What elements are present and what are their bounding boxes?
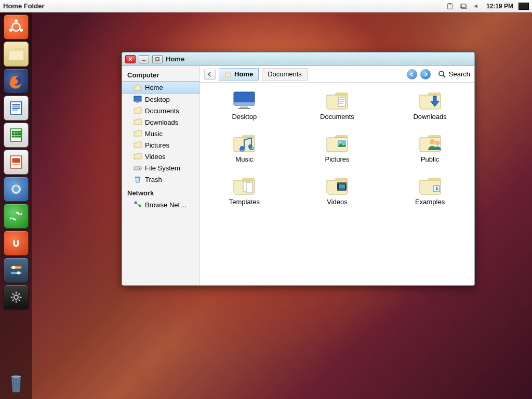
music-folder-icon: [232, 132, 257, 153]
clock[interactable]: 12:19 PM: [486, 3, 513, 10]
folder-label: Templates: [229, 198, 260, 206]
desktop-icon: [232, 90, 257, 111]
svg-rect-3: [461, 5, 467, 8]
session-icon[interactable]: [518, 3, 529, 10]
sidebar-item-label: Desktop: [145, 96, 170, 103]
svg-line-39: [19, 300, 20, 301]
launcher-trash[interactable]: [4, 370, 29, 395]
lo-calc-icon: [8, 127, 24, 143]
launcher-ubuntu-one[interactable]: [4, 231, 29, 256]
svg-rect-62: [338, 97, 345, 107]
display-icon[interactable]: [459, 2, 468, 10]
folder-documents[interactable]: Documents: [309, 90, 366, 132]
clipboard-icon[interactable]: [446, 2, 454, 10]
folder-templates[interactable]: Templates: [216, 175, 273, 218]
svg-line-55: [136, 203, 139, 205]
toolbar: Home Documents Search: [200, 66, 474, 83]
launcher-impress[interactable]: [4, 150, 29, 175]
svg-rect-25: [12, 158, 20, 163]
close-icon: [128, 57, 133, 62]
launcher-writer[interactable]: [4, 96, 29, 121]
sidebar-header-computer: Computer: [122, 69, 200, 81]
sidebar-item-pictures[interactable]: Pictures: [122, 139, 200, 151]
path-back-button[interactable]: [204, 69, 216, 80]
svg-line-41: [12, 300, 14, 301]
sidebar-item-home[interactable]: Home: [122, 81, 200, 94]
titlebar[interactable]: Home: [122, 52, 474, 66]
sidebar-item-label: Documents: [145, 107, 179, 115]
sidebar-item-label: File System: [145, 164, 180, 172]
svg-rect-2: [460, 4, 466, 7]
svg-point-69: [339, 141, 341, 143]
firefox-icon: [7, 72, 25, 90]
svg-rect-21: [12, 136, 15, 138]
folder-videos[interactable]: Videos: [309, 175, 366, 218]
sidebar-item-music[interactable]: Music: [122, 128, 200, 139]
sidebar-item-filesystem[interactable]: File System: [122, 162, 200, 174]
launcher-files[interactable]: [4, 42, 29, 66]
sidebar-item-documents[interactable]: Documents: [122, 105, 200, 116]
svg-point-31: [12, 266, 16, 269]
launcher-control[interactable]: [4, 258, 29, 283]
sidebar-item-videos[interactable]: Videos: [122, 151, 200, 162]
sidebar-item-browse-network[interactable]: Browse Net…: [122, 199, 200, 210]
folder-label: Documents: [320, 113, 354, 121]
svg-rect-26: [12, 164, 20, 165]
svg-point-28: [14, 187, 19, 192]
sidebar-item-label: Pictures: [145, 141, 169, 149]
drive-icon: [134, 164, 142, 172]
ubuntu-logo-icon: [7, 18, 25, 36]
svg-rect-73: [246, 182, 252, 193]
launcher-settings[interactable]: [4, 285, 29, 310]
folder-desktop[interactable]: Desktop: [216, 90, 273, 132]
nav-forward-button[interactable]: [420, 69, 431, 79]
svg-rect-11: [12, 107, 20, 108]
home-icon: [134, 83, 142, 91]
launcher-sync[interactable]: [4, 204, 29, 229]
launcher-firefox[interactable]: [4, 69, 29, 94]
sidebar-item-downloads[interactable]: Downloads: [122, 116, 200, 128]
launcher-dash[interactable]: [4, 15, 29, 39]
minimize-icon: [141, 57, 147, 62]
folder-downloads[interactable]: Downloads: [402, 90, 459, 132]
folder-icon: [134, 118, 142, 126]
folder-contents[interactable]: Desktop Documents Downloads Music P: [200, 83, 474, 285]
window-title: Home: [166, 55, 184, 63]
maximize-button[interactable]: [152, 55, 163, 63]
path-segment-home[interactable]: Home: [219, 68, 259, 81]
close-button[interactable]: [125, 55, 136, 63]
control-icon: [8, 262, 24, 278]
network-icon: [134, 201, 142, 209]
svg-point-42: [11, 375, 21, 378]
launcher-update[interactable]: [4, 177, 29, 202]
launcher-calc[interactable]: [4, 123, 29, 148]
svg-point-67: [248, 144, 252, 149]
sidebar-header-network: Network: [122, 187, 200, 199]
svg-line-57: [443, 75, 445, 77]
svg-point-5: [15, 19, 18, 22]
examples-folder-icon: [418, 175, 443, 196]
search-button[interactable]: Search: [438, 70, 470, 78]
folder-public[interactable]: Public: [402, 132, 459, 175]
svg-line-38: [12, 294, 14, 295]
desktop-icon: [134, 95, 142, 103]
folder-pictures[interactable]: Pictures: [309, 132, 366, 175]
svg-rect-12: [12, 108, 20, 109]
minimize-button[interactable]: [139, 55, 149, 63]
folder-examples[interactable]: Examples: [402, 175, 459, 218]
folder-icon: [134, 107, 142, 115]
svg-rect-19: [15, 133, 18, 135]
top-panel: Home Folder 12:19 PM: [0, 0, 532, 12]
sidebar-item-desktop[interactable]: Desktop: [122, 94, 200, 105]
lo-writer-icon: [8, 100, 24, 116]
folder-music[interactable]: Music: [216, 132, 273, 175]
sound-icon[interactable]: [473, 2, 481, 10]
folder-label: Music: [235, 155, 253, 163]
search-icon: [438, 70, 446, 78]
path-segment-documents[interactable]: Documents: [262, 68, 308, 81]
trash-icon: [134, 175, 142, 183]
sidebar-item-trash[interactable]: Trash: [122, 174, 200, 185]
update-icon: [8, 181, 24, 197]
gear-icon: [9, 290, 23, 304]
nav-back-button[interactable]: [407, 69, 417, 79]
